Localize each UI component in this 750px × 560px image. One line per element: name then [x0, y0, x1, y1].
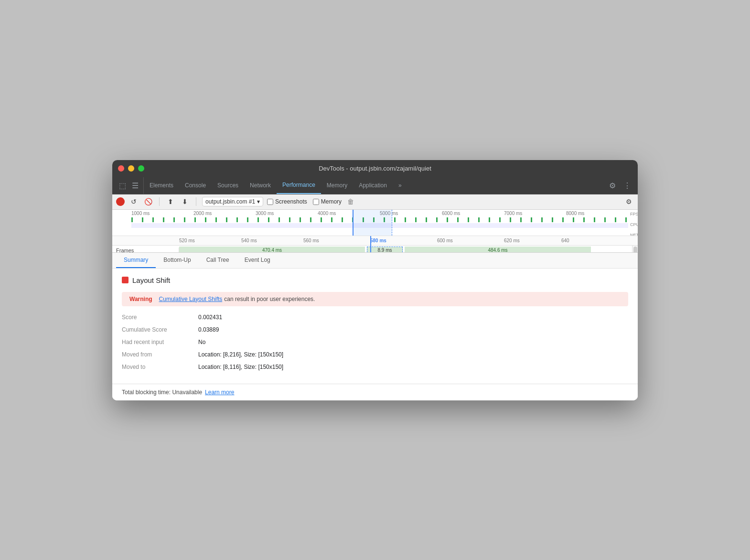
clear-recordings-icon[interactable]: 🗑: [347, 198, 354, 205]
tab-elements[interactable]: Elements: [144, 177, 179, 194]
tab-console[interactable]: Console: [179, 177, 212, 194]
settings-icon[interactable]: ⚙: [608, 180, 617, 191]
cumulative-score-label: Cumulative Score: [122, 326, 198, 333]
clear-button[interactable]: 🚫: [143, 196, 153, 207]
toolbar-divider-2: [196, 197, 196, 206]
target-label: output.jsbin.com #1: [205, 198, 255, 205]
maximize-button[interactable]: [138, 165, 144, 172]
toolbar-settings-icon[interactable]: ⚙: [623, 196, 634, 207]
detail-tick-620: 620 ms: [504, 238, 520, 243]
minimize-button[interactable]: [128, 165, 134, 172]
screenshots-checkbox[interactable]: [267, 199, 273, 205]
footer-text: Total blocking time: Unavailable: [122, 389, 202, 396]
bottom-panel: Summary Bottom-Up Call Tree Event Log La…: [112, 253, 638, 400]
moved-from-row: Moved from Location: [8,216], Size: [150…: [122, 351, 628, 358]
memory-checkbox[interactable]: [313, 199, 319, 205]
detail-tick-520: 520 ms: [179, 238, 195, 243]
detail-timeline[interactable]: 520 ms 540 ms 560 ms 580 ms 600 ms 620 m…: [112, 236, 638, 253]
more-options-icon[interactable]: ⋮: [622, 180, 632, 191]
tab-bottom-up[interactable]: Bottom-Up: [156, 253, 198, 268]
detail-tick-560: 560 ms: [303, 238, 319, 243]
tab-call-tree[interactable]: Call Tree: [199, 253, 237, 268]
tab-network[interactable]: Network: [244, 177, 277, 194]
side-labels: FPS CPU NET: [629, 210, 638, 236]
tick-7000: 7000 ms: [504, 211, 522, 216]
learn-more-link[interactable]: Learn more: [205, 389, 234, 396]
dropdown-arrow-icon: ▾: [257, 198, 260, 205]
tab-application[interactable]: Application: [353, 177, 393, 194]
detail-tick-580: 580 ms: [370, 238, 386, 243]
recent-input-row: Had recent input No: [122, 339, 628, 345]
frame-segment-2: 8.9 ms: [367, 247, 403, 253]
tab-event-log[interactable]: Event Log: [237, 253, 278, 268]
moved-from-label: Moved from: [122, 351, 198, 358]
tab-more[interactable]: »: [393, 177, 407, 194]
bottom-tabs: Summary Bottom-Up Call Tree Event Log: [112, 253, 638, 269]
devtools-window: DevTools - output.jsbin.com/zajamil/quie…: [112, 160, 638, 400]
tick-1000: 1000 ms: [131, 211, 150, 216]
detail-tick-640: 640: [561, 238, 569, 243]
layout-shift-icon: [122, 277, 129, 283]
screenshots-checkbox-label[interactable]: Screenshots: [267, 198, 307, 205]
checkbox-group: Screenshots Memory 🗑: [267, 198, 354, 205]
moved-from-value: Location: [8,216], Size: [150x150]: [198, 351, 283, 358]
tick-3000: 3000 ms: [256, 211, 274, 216]
nav-icon-group: ⬚ ☰: [114, 177, 144, 194]
warning-label: Warning: [129, 296, 152, 302]
overview-track: 1000 ms 2000 ms 3000 ms 4000 ms 5000 ms …: [112, 210, 638, 236]
devtools-body: ⬚ ☰ Elements Console Sources Network Per…: [112, 177, 638, 400]
timeline-scrollbar[interactable]: [632, 246, 638, 253]
toolbar: ↺ 🚫 ⬆ ⬇ output.jsbin.com #1 ▾ Screenshot…: [112, 194, 638, 210]
detail-tick-600: 600 ms: [437, 238, 453, 243]
tab-performance[interactable]: Performance: [277, 177, 321, 194]
memory-checkbox-label[interactable]: Memory: [313, 198, 342, 205]
cumulative-layout-shifts-link[interactable]: Cumulative Layout Shifts: [159, 296, 223, 302]
layout-shift-title: Layout Shift: [132, 276, 170, 284]
tick-6000: 6000 ms: [442, 211, 460, 216]
moved-to-value: Location: [8,116], Size: [150x150]: [198, 364, 283, 370]
score-label: Score: [122, 314, 198, 321]
tab-memory[interactable]: Memory: [321, 177, 353, 194]
frames-label: Frames: [112, 248, 179, 253]
recent-input-label: Had recent input: [122, 339, 198, 345]
upload-button[interactable]: ⬆: [165, 196, 176, 207]
window-title: DevTools - output.jsbin.com/zajamil/quie…: [319, 165, 431, 172]
summary-content: Layout Shift Warning Cumulative Layout S…: [112, 269, 638, 384]
frame-segment-1: 470.4 ms: [179, 247, 365, 253]
score-row: Score 0.002431: [122, 314, 628, 321]
warning-rest: can result in poor user experiences.: [224, 296, 315, 302]
detail-ruler: 520 ms 540 ms 560 ms 580 ms 600 ms 620 m…: [112, 236, 638, 246]
selected-region[interactable]: [353, 210, 392, 236]
cpu-label: CPU: [630, 222, 637, 227]
nav-right: ⚙ ⋮: [608, 180, 636, 191]
cumulative-score-value: 0.03889: [198, 326, 219, 333]
scrollbar-thumb[interactable]: [633, 247, 637, 253]
tick-2000: 2000 ms: [193, 211, 212, 216]
bottom-footer: Total blocking time: Unavailable Learn m…: [112, 384, 638, 400]
timeline-cursor: [370, 236, 371, 253]
tab-sources[interactable]: Sources: [212, 177, 244, 194]
recent-input-value: No: [198, 339, 205, 345]
cursor-icon[interactable]: ⬚: [118, 180, 127, 191]
frame-segment-3: 484.6 ms: [405, 247, 591, 253]
close-button[interactable]: [118, 165, 124, 172]
detail-tick-540: 540 ms: [241, 238, 257, 243]
download-button[interactable]: ⬇: [180, 196, 190, 207]
tab-summary[interactable]: Summary: [116, 253, 156, 268]
tick-4000: 4000 ms: [318, 211, 336, 216]
responsive-icon[interactable]: ☰: [131, 180, 139, 191]
timeline-overview-area[interactable]: 1000 ms 2000 ms 3000 ms 4000 ms 5000 ms …: [112, 210, 638, 253]
toolbar-divider-1: [159, 197, 160, 206]
frames-row: Frames 470.4 ms 8.9 ms 484.6 ms: [112, 246, 638, 253]
ruler-area: 1000 ms 2000 ms 3000 ms 4000 ms 5000 ms …: [131, 210, 628, 236]
nav-tabs: ⬚ ☰ Elements Console Sources Network Per…: [112, 177, 638, 194]
titlebar: DevTools - output.jsbin.com/zajamil/quie…: [112, 160, 638, 177]
toolbar-right: ⚙: [623, 196, 634, 207]
cumulative-score-row: Cumulative Score 0.03889: [122, 326, 628, 333]
reload-button[interactable]: ↺: [129, 196, 139, 207]
target-select[interactable]: output.jsbin.com #1 ▾: [202, 197, 263, 206]
moved-to-row: Moved to Location: [8,116], Size: [150x1…: [122, 364, 628, 370]
fps-label: FPS: [630, 212, 637, 216]
record-button[interactable]: [116, 197, 125, 206]
frames-content: 470.4 ms 8.9 ms 484.6 ms: [179, 246, 638, 253]
